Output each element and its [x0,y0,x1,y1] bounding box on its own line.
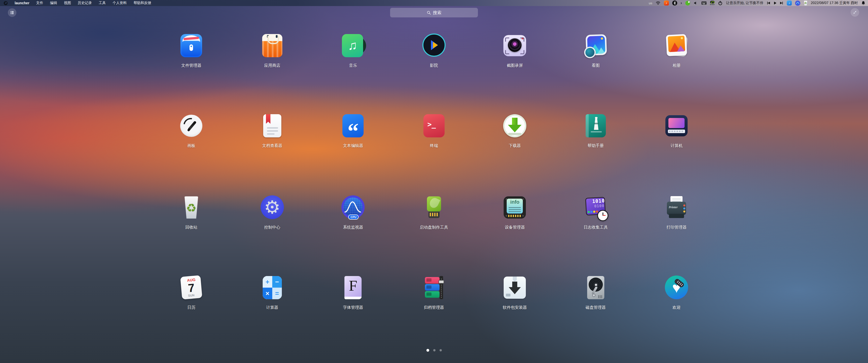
menu-item-history[interactable]: 历史记录 [78,1,92,5]
menu-item-file[interactable]: 文件 [36,1,43,5]
app-archive-manager[interactable]: 归档管理器 [394,275,475,310]
app-label: 控制中心 [232,225,313,230]
disk-manager-icon [584,275,608,300]
music-ticker-text[interactable]: 让音乐开始, 让节奏不停 [726,1,763,5]
system-monitor-icon: CPU [341,195,365,220]
volume-icon[interactable] [693,1,698,5]
print-manager-icon: Printer [664,195,689,220]
tray-expand-chevron-icon[interactable]: › [681,0,682,5]
app-font-manager[interactable]: F 字体管理器 [313,275,394,310]
media-next-icon[interactable] [779,1,783,5]
boot-maker-icon [422,195,446,220]
app-welcome[interactable]: ♥ 欢迎 [636,275,717,310]
log-collector-icon: 1010 0100 [584,195,608,220]
page-dot-3[interactable] [439,349,442,352]
binary-text: 1010 [592,198,605,204]
info-text: info [507,199,523,205]
app-help-manual[interactable]: 帮助手册 [555,114,637,148]
printer-brand-text: Printer [669,205,678,209]
note-glyph: ♪ [788,0,790,5]
app-screen-capture[interactable]: 截图录屏 [474,34,555,68]
app-label: 帮助手册 [555,143,637,148]
letter-f-glyph: F [344,277,362,294]
media-previous-icon[interactable] [767,1,771,5]
app-print-manager[interactable]: Printer 打印管理器 [636,195,717,230]
menu-item-view[interactable]: 视图 [64,1,71,5]
camera-lens [508,38,522,52]
screen-capture-icon [503,34,527,58]
media-play-icon[interactable] [773,1,777,5]
app-label: 应用商店 [232,63,313,68]
app-text-editor[interactable]: “ 文本编辑器 [313,114,394,148]
menubar-app-name: launcher [14,1,29,5]
music-app-tray-icon[interactable]: ♪ [664,0,669,5]
search-input[interactable]: 搜索 [390,8,478,18]
system-monitor-tray-icon[interactable] [795,0,800,6]
app-calculator[interactable]: + − × = 计算器 [232,275,313,310]
app-music[interactable]: ♫ 音乐 [313,34,394,68]
app-label: 回收站 [151,225,232,230]
app-disk-manager[interactable]: 磁盘管理器 [555,275,637,310]
movie-icon [422,34,446,58]
search-icon [427,10,431,15]
app-system-monitor[interactable]: CPU 系统监视器 [313,195,394,230]
app-movie[interactable]: 影院 [394,34,475,68]
app-label: 日志收集工具 [555,225,637,230]
nvidia-label: NVIDIA [710,4,715,5]
draw-board-icon [179,114,204,138]
app-boot-maker[interactable]: 启动盘制作工具 [394,195,475,230]
bluetooth-icon[interactable] [672,0,677,5]
keyboard-icon[interactable] [701,1,707,5]
app-computer[interactable]: 计算机 [636,114,717,148]
app-device-manager[interactable]: info 设备管理器 [474,195,555,230]
menu-bar: launcher 文件 编辑 视图 历史记录 工具 个人资料 帮助和反馈 us … [0,0,868,6]
recycle-glyph: ♻ [804,1,807,5]
app-label: 日历 [151,305,232,310]
recycle-bin-tray-icon[interactable]: ♻ [804,1,807,5]
power-icon[interactable] [718,1,723,5]
device-manager-icon: info [503,195,527,220]
app-image-viewer[interactable]: 看图 [555,34,637,68]
app-label: 计算器 [232,305,313,310]
page-dot-1-active[interactable] [427,349,429,352]
collapse-icon [852,10,857,14]
messenger-tray-icon[interactable] [685,1,690,5]
app-album[interactable]: 相册 [636,34,717,68]
app-label: 音乐 [313,63,394,68]
notification-bell-icon[interactable] [861,1,866,5]
app-draw-board[interactable]: 画板 [151,114,232,148]
app-trash[interactable]: ♻ 回收站 [151,195,232,230]
calc-plus-key: + [263,276,272,288]
wifi-icon[interactable] [655,1,660,5]
calculator-icon: + − × = [260,275,284,300]
calc-times-key: × [263,288,272,299]
app-label: 下载器 [474,143,555,148]
datetime-display[interactable]: 2022/08/07 17:36 壬寅年 酉时 [811,1,858,5]
list-view-toggle-button[interactable] [8,8,17,17]
keyboard-layout-indicator[interactable]: us [649,1,652,5]
menu-item-help-feedback[interactable]: 帮助和反馈 [133,1,151,5]
app-control-center[interactable]: ⚙ 控制中心 [232,195,313,230]
app-log-collector[interactable]: 1010 0100 日志收集工具 [555,195,637,230]
app-downloader[interactable]: 下载器 [474,114,555,148]
install-arrow [509,287,521,294]
app-package-installer[interactable]: 软件包安装器 [474,275,555,310]
nvidia-tray-icon[interactable]: NVIDIA [710,1,715,5]
app-grid-row-4: AUG 7 SUN 日历 + − × = 计算器 F 字体管理器 [151,275,717,310]
computer-icon [664,114,689,138]
app-document-viewer[interactable]: 文档查看器 [232,114,313,148]
page-dot-2[interactable] [433,349,435,352]
app-file-manager[interactable]: 文件管理器 [151,34,232,68]
app-app-store[interactable]: 应用商店 [232,34,313,68]
app-label: 欢迎 [636,305,717,310]
app-calendar[interactable]: AUG 7 SUN 日历 [151,275,232,310]
app-terminal[interactable]: >_ 终端 [394,114,475,148]
app-label: 软件包安装器 [474,305,555,310]
zipper-pull [438,280,444,284]
menu-item-profile[interactable]: 个人资料 [113,1,127,5]
menu-item-edit[interactable]: 编辑 [50,1,57,5]
app-label: 计算机 [636,143,717,148]
music-player-tray-icon[interactable]: ♪ [787,0,792,5]
collapse-launcher-button[interactable] [850,8,859,16]
menu-item-tools[interactable]: 工具 [99,1,106,5]
